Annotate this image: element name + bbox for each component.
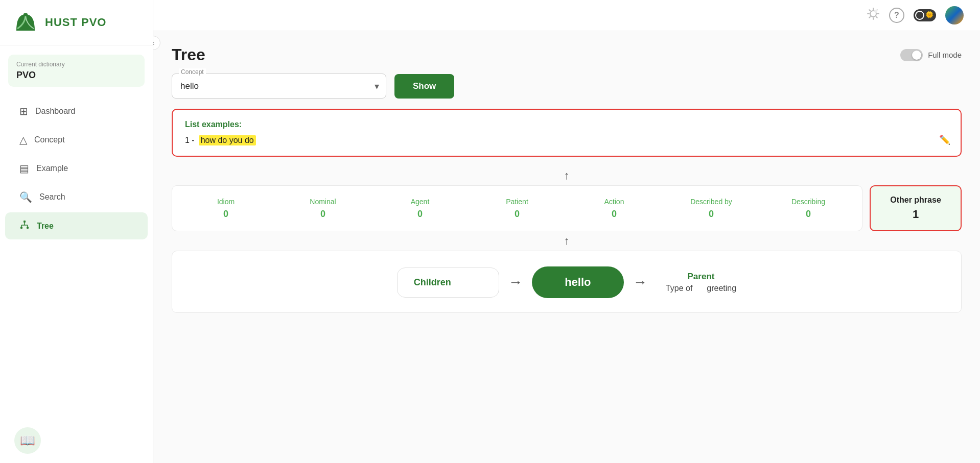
search-icon: 🔍 xyxy=(19,191,32,203)
arrow-up-2: ↑ xyxy=(172,234,962,248)
example-item: 1 - how do you do xyxy=(185,135,948,145)
sidebar-item-label-tree: Tree xyxy=(37,222,54,231)
sidebar-item-example[interactable]: ▤ Example xyxy=(5,155,148,182)
other-phrase-count: 1 xyxy=(883,208,948,221)
current-dictionary-label: Current dictionary xyxy=(16,61,136,68)
topbar: ? 🌞 xyxy=(153,0,980,31)
show-button[interactable]: Show xyxy=(394,74,454,99)
page-content: Tree Full mode Concept hello ▾ Show xyxy=(153,31,980,463)
book-button[interactable]: 📖 xyxy=(14,427,41,454)
examples-title: List examples: xyxy=(185,120,948,129)
user-avatar[interactable] xyxy=(945,6,964,25)
full-mode-row: Full mode xyxy=(900,49,962,61)
relation-described-by[interactable]: Described by 0 xyxy=(663,198,760,220)
patient-count: 0 xyxy=(469,209,566,220)
concept-select-wrap: Concept hello ▾ xyxy=(172,74,386,99)
book-icon: 📖 xyxy=(20,433,35,448)
svg-line-15 xyxy=(876,17,877,18)
children-label: Children xyxy=(414,277,451,287)
sidebar-bottom: 📖 xyxy=(0,418,153,463)
sidebar-item-label-concept: Concept xyxy=(34,135,65,144)
page-title: Tree xyxy=(172,45,205,64)
sidebar: HUST PVO Current dictionary PVO ⊞ Dashbo… xyxy=(0,0,153,463)
svg-rect-4 xyxy=(27,227,29,229)
sidebar-item-search[interactable]: 🔍 Search xyxy=(5,184,148,210)
dark-mode-toggle[interactable]: 🌞 xyxy=(914,9,936,21)
parent-value-text: greeting xyxy=(707,284,736,293)
sidebar-item-label-example: Example xyxy=(36,164,68,173)
describing-count: 0 xyxy=(760,209,857,220)
sidebar-nav: ⊞ Dashboard △ Concept ▤ Example 🔍 Search… xyxy=(0,92,153,418)
parent-section: Parent Type of greeting xyxy=(666,272,736,293)
svg-rect-1 xyxy=(24,13,28,16)
concept-field-label: Concept xyxy=(179,68,206,76)
help-icon[interactable]: ? xyxy=(889,8,904,23)
svg-rect-3 xyxy=(20,227,22,229)
sidebar-item-label-dashboard: Dashboard xyxy=(35,107,75,116)
action-count: 0 xyxy=(566,209,663,220)
logo-icon xyxy=(12,9,39,36)
agent-count: 0 xyxy=(371,209,469,220)
dashboard-icon: ⊞ xyxy=(19,105,28,117)
described-by-label: Described by xyxy=(663,198,760,206)
center-node[interactable]: hello xyxy=(532,266,624,298)
relation-agent[interactable]: Agent 0 xyxy=(371,198,469,220)
example-index: 1 - xyxy=(185,136,195,145)
tree-section: Children → hello → Parent Type of xyxy=(172,251,962,313)
patient-label: Patient xyxy=(469,198,566,206)
svg-line-14 xyxy=(869,10,870,11)
tree-icon xyxy=(19,220,30,232)
describing-label: Describing xyxy=(760,198,857,206)
described-by-count: 0 xyxy=(663,209,760,220)
relations-columns: Idiom 0 Nominal 0 Agent 0 Patient xyxy=(172,185,862,231)
sidebar-item-tree[interactable]: Tree xyxy=(5,212,148,239)
parent-type-text: Type of xyxy=(666,284,692,293)
svg-rect-2 xyxy=(24,221,26,223)
current-dictionary-box: Current dictionary PVO xyxy=(8,55,145,87)
nominal-label: Nominal xyxy=(274,198,371,206)
nominal-count: 0 xyxy=(274,209,371,220)
example-text: how do you do xyxy=(199,135,256,145)
svg-line-17 xyxy=(869,17,870,18)
parent-arrow-icon: → xyxy=(633,274,647,290)
chevron-left-icon: ‹ xyxy=(153,39,154,47)
full-mode-label: Full mode xyxy=(928,51,962,59)
relation-idiom[interactable]: Idiom 0 xyxy=(177,198,274,220)
light-icon xyxy=(867,7,880,23)
sidebar-logo: HUST PVO xyxy=(0,0,153,45)
parent-label: Parent xyxy=(688,272,715,282)
tree-diagram: Children → hello → Parent Type of xyxy=(186,266,947,298)
arrow-up-1: ↑ xyxy=(172,169,962,182)
other-phrase-box[interactable]: Other phrase 1 xyxy=(870,185,962,231)
relation-nominal[interactable]: Nominal 0 xyxy=(274,198,371,220)
page-header: Tree Full mode xyxy=(172,45,962,64)
dark-mode-icon: 🌞 xyxy=(925,11,934,18)
example-icon: ▤ xyxy=(19,162,29,175)
current-dictionary-name: PVO xyxy=(16,70,136,81)
agent-label: Agent xyxy=(371,198,469,206)
concept-icon: △ xyxy=(19,134,27,146)
main-content: ‹ ? 🌞 Tree Full mode Concept xyxy=(153,0,980,463)
svg-point-18 xyxy=(874,10,877,13)
children-arrow-icon: → xyxy=(508,274,523,290)
children-box: Children xyxy=(397,267,499,298)
examples-box: List examples: 1 - how do you do ✏️ xyxy=(172,109,962,157)
relation-patient[interactable]: Patient 0 xyxy=(469,198,566,220)
parent-type-row: Type of greeting xyxy=(666,284,736,293)
concept-select[interactable]: hello xyxy=(172,74,386,99)
concept-row: Concept hello ▾ Show xyxy=(172,74,962,99)
logo-text: HUST PVO xyxy=(45,16,106,29)
relation-action[interactable]: Action 0 xyxy=(566,198,663,220)
action-label: Action xyxy=(566,198,663,206)
other-phrase-label: Other phrase xyxy=(883,196,948,205)
edit-icon[interactable]: ✏️ xyxy=(939,134,950,145)
sidebar-item-label-search: Search xyxy=(39,192,65,202)
sidebar-item-concept[interactable]: △ Concept xyxy=(5,127,148,153)
idiom-label: Idiom xyxy=(177,198,274,206)
sidebar-item-dashboard[interactable]: ⊞ Dashboard xyxy=(5,98,148,125)
idiom-count: 0 xyxy=(177,209,274,220)
relation-describing[interactable]: Describing 0 xyxy=(760,198,857,220)
full-mode-toggle[interactable] xyxy=(900,49,923,61)
